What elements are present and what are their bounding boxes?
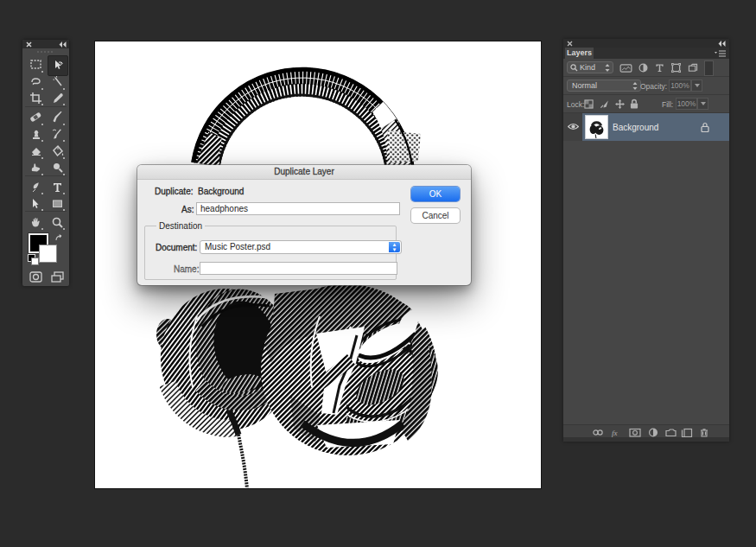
svg-text:fx: fx [612,429,618,437]
